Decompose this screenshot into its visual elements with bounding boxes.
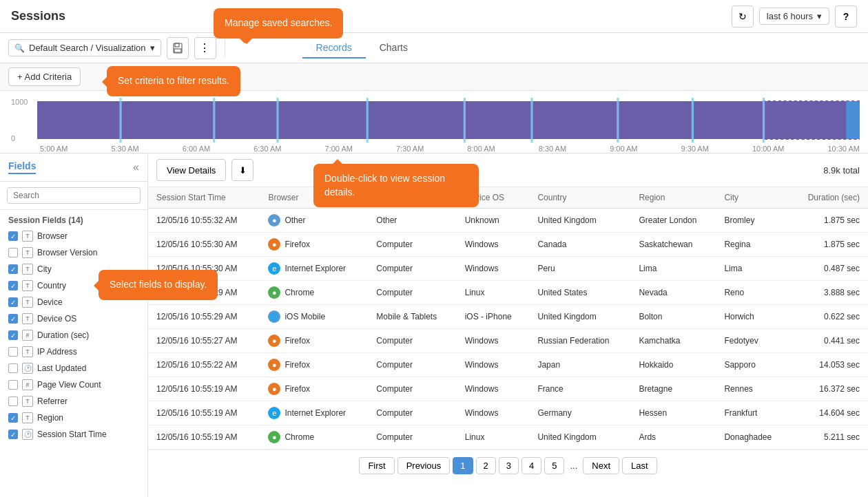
more-options-button[interactable]: ⋮ [194, 37, 216, 59]
field-item[interactable]: T Browser Version [0, 244, 147, 261]
sidebar-header: Fields « [0, 154, 147, 182]
cell-os: Windows [457, 377, 530, 401]
tab-records[interactable]: Records [302, 38, 366, 59]
svg-rect-8 [366, 98, 369, 142]
col-browser: Browser [260, 187, 368, 209]
cell-os: Unknown [457, 209, 530, 233]
tab-charts[interactable]: Charts [366, 38, 422, 59]
svg-rect-9 [464, 98, 466, 142]
page-last-button[interactable]: Last [622, 457, 657, 474]
page-5-button[interactable]: 5 [544, 457, 564, 474]
field-type-last-updated: 🕐 [22, 363, 33, 374]
search-selector-icon: 🔍 [14, 43, 25, 53]
cell-time: 12/05/16 10:55:19 AM [148, 425, 260, 450]
cell-region: Ards [630, 425, 716, 450]
cell-duration: 14.604 sec [789, 401, 868, 425]
field-label-device: Device [37, 297, 63, 307]
field-item[interactable]: ✓ T Device [0, 294, 147, 310]
cell-country: United Kingdom [529, 425, 630, 450]
page-4-button[interactable]: 4 [521, 457, 541, 474]
table-header: Session Start Time Browser Device Device… [148, 187, 868, 209]
table-row[interactable]: 12/05/16 10:55:27 AM ● Firefox Computer … [148, 329, 868, 353]
field-type-page-view: # [22, 379, 33, 390]
cell-country: Russian Federation [529, 329, 630, 353]
sidebar-collapse-button[interactable]: « [133, 161, 139, 173]
field-item[interactable]: ✓ T Device OS [0, 310, 147, 327]
table-row[interactable]: 12/05/16 10:55:22 AM ● Firefox Computer … [148, 353, 868, 377]
svg-rect-11 [617, 98, 619, 142]
cell-browser: ● Firefox [260, 353, 368, 377]
col-country: Country [529, 187, 630, 209]
page-prev-button[interactable]: Previous [397, 457, 451, 474]
table-row[interactable]: 12/05/16 10:55:29 AM ● Chrome Computer L… [148, 281, 868, 305]
field-item[interactable]: ✓ T Browser [0, 228, 147, 244]
table-row[interactable]: 12/05/16 10:55:19 AM e Internet Explorer… [148, 401, 868, 425]
field-search-input[interactable] [7, 187, 141, 204]
help-button[interactable]: ? [835, 6, 857, 28]
field-item[interactable]: ✓ T Country [0, 277, 147, 294]
field-item[interactable]: # Page View Count [0, 377, 147, 393]
field-label-city: City [37, 264, 52, 274]
page-first-button[interactable]: First [359, 457, 394, 474]
cell-city: Horwich [716, 305, 789, 329]
table-row[interactable]: 12/05/16 10:55:30 AM ● Firefox Computer … [148, 233, 868, 257]
table-row[interactable]: 12/05/16 10:55:19 AM ● Chrome Computer L… [148, 425, 868, 450]
svg-rect-3 [37, 101, 860, 139]
svg-rect-13 [763, 98, 765, 142]
cell-device: Computer [368, 257, 456, 281]
field-checkbox-region: ✓ [8, 413, 18, 423]
page-1-button[interactable]: 1 [453, 457, 473, 474]
cell-duration: 0.487 sec [789, 257, 868, 281]
cell-device: Computer [368, 353, 456, 377]
records-table: Session Start Time Browser Device Device… [148, 187, 868, 450]
field-checkbox-browser: ✓ [8, 231, 18, 241]
cell-time: 12/05/16 10:55:32 AM [148, 209, 260, 233]
pagination: First Previous 1 2 3 4 5 ... Next Last [148, 450, 868, 481]
sidebar-title: Fields [8, 160, 36, 174]
cell-device: Mobile & Tablets [368, 305, 456, 329]
cell-city: Regina [716, 233, 789, 257]
view-details-button[interactable]: View Details [156, 159, 226, 181]
col-region: Region [630, 187, 716, 209]
field-label-country: Country [37, 281, 66, 290]
field-item[interactable]: 🕐 Last Updated [0, 360, 147, 377]
page-next-button[interactable]: Next [583, 457, 619, 474]
table-row[interactable]: 12/05/16 10:55:19 AM ● Firefox Computer … [148, 377, 868, 401]
time-selector[interactable]: last 6 hours ▾ [759, 8, 829, 25]
page-2-button[interactable]: 2 [476, 457, 496, 474]
page-3-button[interactable]: 3 [499, 457, 519, 474]
field-item[interactable]: ✓ T City [0, 261, 147, 277]
col-city: City [716, 187, 789, 209]
cell-region: Kamchatka [630, 329, 716, 353]
x-label-0: 5:00 AM [40, 145, 68, 153]
cell-os: Windows [457, 233, 530, 257]
field-checkbox-country: ✓ [8, 281, 18, 290]
table-row[interactable]: 12/05/16 10:55:32 AM ● Other Other Unkno… [148, 209, 868, 233]
svg-rect-7 [276, 98, 278, 142]
search-selector[interactable]: 🔍 Default Search / Visualization ▾ [8, 39, 161, 56]
field-item[interactable]: T Referrer [0, 393, 147, 410]
refresh-button[interactable]: ↻ [732, 6, 754, 28]
cell-country: United States [529, 281, 630, 305]
svg-rect-2 [174, 49, 181, 52]
cell-device: Computer [368, 425, 456, 450]
cell-duration: 0.622 sec [789, 305, 868, 329]
field-item[interactable]: ✓ 🕐 Session Start Time [0, 426, 147, 443]
cell-browser: ● Other [260, 209, 368, 233]
table-row[interactable]: 12/05/16 10:55:29 AM 🌐 iOS Mobile Mobile… [148, 305, 868, 329]
cell-browser: ● Chrome [260, 425, 368, 450]
field-item[interactable]: ✓ # Duration (sec) [0, 327, 147, 343]
pagination-ellipsis: ... [567, 461, 580, 471]
field-item[interactable]: ✓ T Region [0, 410, 147, 426]
save-button[interactable] [167, 37, 189, 59]
field-item[interactable]: T IP Address [0, 343, 147, 360]
chevron-down-icon: ▾ [150, 43, 155, 53]
field-type-ip: T [22, 346, 33, 357]
download-button[interactable]: ⬇ [231, 159, 254, 181]
field-type-country: T [22, 280, 33, 291]
table-row[interactable]: 12/05/16 10:55:30 AM e Internet Explorer… [148, 257, 868, 281]
add-criteria-button[interactable]: + Add Criteria [8, 67, 81, 86]
cell-country: Canada [529, 233, 630, 257]
cell-city: Lima [716, 257, 789, 281]
cell-region: Greater London [630, 209, 716, 233]
